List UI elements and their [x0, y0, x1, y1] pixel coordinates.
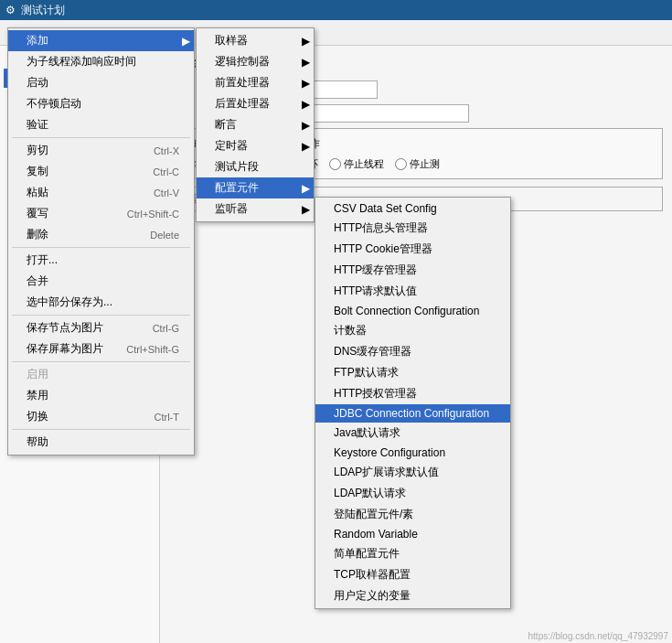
menu-item-save-selected[interactable]: 选中部分保存为...: [8, 292, 194, 313]
menu-item-tcp-sampler-config[interactable]: TCP取样器配置: [315, 564, 510, 585]
menu-item-save-screen-image[interactable]: 保存屏幕为图片 Ctrl+Shift-G: [8, 338, 194, 359]
radio-stop-thread[interactable]: 停止线程: [329, 157, 384, 171]
menu-item-label: HTTP Cookie管理器: [334, 241, 432, 257]
menu-item-simple-config[interactable]: 简单配置元件: [315, 543, 510, 564]
arrow: ▶: [302, 98, 310, 111]
menu-item-bolt-connection[interactable]: Bolt Connection Configuration: [315, 302, 510, 320]
menu-item-label: TCP取样器配置: [334, 567, 411, 583]
menu-item-assertion[interactable]: 断言 ▶: [197, 114, 314, 135]
menu-item-config-element[interactable]: 配置元件 ▶: [197, 177, 314, 198]
menu-item-timer[interactable]: 定时器 ▶: [197, 135, 314, 156]
menu-item-label: Bolt Connection Configuration: [334, 305, 479, 317]
menu-item-label: DNS缓存管理器: [334, 344, 411, 359]
menu-item-label: 登陆配置元件/素: [334, 507, 413, 522]
menu-item-label: 保存屏幕为图片: [27, 341, 103, 357]
menu-item-post-processor[interactable]: 后置处理器 ▶: [197, 93, 314, 114]
menu-item-ldap-default[interactable]: LDAP默认请求: [315, 483, 510, 504]
shortcut-overwrite: Ctrl+Shift-C: [127, 209, 179, 220]
menu-item-logic-controller[interactable]: 逻辑控制器 ▶: [197, 51, 314, 72]
shortcut-copy: Ctrl-C: [153, 166, 179, 177]
menu-item-cut[interactable]: 剪切 Ctrl-X: [8, 140, 194, 161]
menu-item-user-defined-vars[interactable]: 用户定义的变量: [315, 585, 510, 606]
menu-item-csv-data-set[interactable]: CSV Data Set Config: [315, 199, 510, 218]
menu-item-label: 粘贴: [27, 185, 48, 200]
sep4: [12, 361, 190, 362]
watermark: https://blog.csdn.net/qq_47932997: [528, 631, 668, 641]
menu-item-merge[interactable]: 合并: [8, 271, 194, 292]
menu-item-label: 保存节点为图片: [27, 320, 103, 336]
shortcut-save-screen: Ctrl+Shift-G: [126, 344, 179, 355]
menu-item-label: 逻辑控制器: [215, 54, 270, 70]
menu-item-copy[interactable]: 复制 Ctrl-C: [8, 161, 194, 182]
shortcut-paste: Ctrl-V: [154, 188, 179, 198]
menu-item-label: 切换: [27, 409, 48, 424]
menu-item-label: CSV Data Set Config: [334, 202, 437, 215]
menu-item-label: Keystore Configuration: [334, 446, 445, 459]
radio-stop-thread-label: 停止线程: [344, 157, 384, 171]
menu-item-enable[interactable]: 启用: [8, 364, 194, 385]
radio-stop-test[interactable]: 停止测: [395, 157, 440, 171]
menu-item-paste[interactable]: 粘贴 Ctrl-V: [8, 182, 194, 203]
menu-item-label: 打开...: [27, 252, 58, 268]
menu-item-label: Random Variable: [334, 528, 418, 541]
menu-item-http-cookie[interactable]: HTTP Cookie管理器: [315, 239, 510, 260]
menu-item-toggle[interactable]: 切换 Ctrl-T: [8, 406, 194, 427]
menu-item-login-config[interactable]: 登陆配置元件/素: [315, 504, 510, 525]
menu-item-label: 复制: [27, 164, 48, 179]
menu-item-counter[interactable]: 计数器: [315, 320, 510, 341]
menu-item-java-default[interactable]: Java默认请求: [315, 423, 510, 444]
menu-item-label: 启用: [27, 367, 48, 382]
context-menu-2: 取样器 ▶ 逻辑控制器 ▶ 前置处理器 ▶ 后置处理器 ▶ 断言 ▶ 定时器 ▶…: [196, 27, 315, 222]
menu-item-label: 定时器: [215, 138, 248, 154]
menu-item-ftp-default[interactable]: FTP默认请求: [315, 362, 510, 383]
menu-item-add-response-time[interactable]: 为子线程添加响应时间: [8, 51, 194, 72]
shortcut-delete: Delete: [150, 230, 179, 241]
menu-item-delete[interactable]: 删除 Delete: [8, 224, 194, 245]
menu-item-label: 计数器: [334, 323, 367, 338]
arrow: ▶: [302, 56, 310, 69]
menu-item-add-arrow: ▶: [182, 35, 190, 48]
menu-item-validate[interactable]: 验证: [8, 114, 194, 135]
menu-item-add-label: 添加: [27, 33, 48, 48]
menu-item-label: 禁用: [27, 388, 48, 403]
menu-item-listener[interactable]: 监听器 ▶: [197, 198, 314, 220]
menu-item-label: 监听器: [215, 201, 248, 217]
menu-item-label: 覆写: [27, 206, 48, 221]
menu-item-label: 选中部分保存为...: [27, 295, 112, 310]
menu-item-label: 断言: [215, 117, 237, 133]
menu-item-pre-processor[interactable]: 前置处理器 ▶: [197, 72, 314, 93]
menu-item-start-no-pause[interactable]: 不停顿启动: [8, 93, 194, 114]
context-menu-1: 添加 ▶ 为子线程添加响应时间 启动 不停顿启动 验证 剪切 Ctrl-X 复制…: [7, 27, 195, 455]
menu-item-http-header[interactable]: HTTP信息头管理器: [315, 218, 510, 239]
menu-item-overwrite[interactable]: 覆写 Ctrl+Shift-C: [8, 203, 194, 224]
title-bar-label: 测试计划: [21, 3, 65, 18]
menu-item-label: LDAP扩展请求默认值: [334, 465, 439, 480]
menu-item-help[interactable]: 帮助: [8, 432, 194, 453]
menu-item-http-cache[interactable]: HTTP缓存管理器: [315, 260, 510, 281]
menu-item-jdbc-connection[interactable]: JDBC Connection Configuration: [315, 404, 510, 423]
menu-item-disable[interactable]: 禁用: [8, 385, 194, 406]
menu-item-label: 配置元件: [215, 180, 259, 196]
menu-item-label: 删除: [27, 227, 48, 242]
menu-item-add[interactable]: 添加 ▶: [8, 30, 194, 51]
menu-item-test-fragment[interactable]: 测试片段: [197, 156, 314, 177]
arrow: ▶: [302, 35, 310, 48]
menu-item-label: HTTP信息头管理器: [334, 220, 428, 236]
menu-item-save-node-image[interactable]: 保存节点为图片 Ctrl-G: [8, 317, 194, 338]
menu-item-keystore[interactable]: Keystore Configuration: [315, 444, 510, 462]
title-bar: ⚙ 测试计划: [0, 0, 672, 20]
title-bar-icon: ⚙: [5, 4, 16, 16]
menu-item-dns-cache[interactable]: DNS缓存管理器: [315, 341, 510, 362]
menu-item-ldap-ext[interactable]: LDAP扩展请求默认值: [315, 462, 510, 483]
menu-item-http-default[interactable]: HTTP请求默认值: [315, 281, 510, 302]
arrow: ▶: [302, 140, 310, 153]
menu-item-start[interactable]: 启动: [8, 72, 194, 93]
menu-item-open[interactable]: 打开...: [8, 250, 194, 271]
context-menu-3: CSV Data Set Config HTTP信息头管理器 HTTP Cook…: [315, 197, 511, 609]
menu-item-random-variable[interactable]: Random Variable: [315, 525, 510, 543]
sep2: [12, 247, 190, 248]
menu-item-http-auth[interactable]: HTTP授权管理器: [315, 383, 510, 404]
menu-item-label: 合并: [27, 273, 48, 289]
sep1: [12, 137, 190, 138]
menu-item-sampler[interactable]: 取样器 ▶: [197, 30, 314, 51]
